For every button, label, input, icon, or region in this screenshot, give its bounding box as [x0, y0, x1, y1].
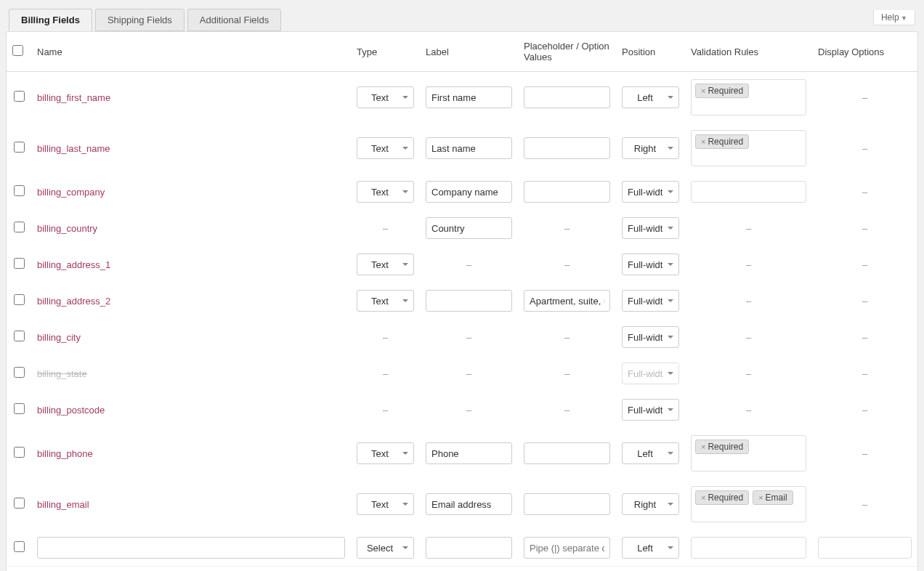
dash: – [357, 223, 414, 234]
table-row: billing_companyTextSelectLeftRightFull-w… [7, 174, 917, 210]
position-select[interactable]: LeftRightFull-width [622, 181, 679, 203]
field-name[interactable]: billing_email [37, 499, 89, 510]
placeholder-input[interactable] [524, 493, 610, 515]
placeholder-input[interactable] [524, 137, 610, 159]
type-select[interactable]: TextSelect [357, 290, 414, 312]
dash: – [524, 259, 610, 270]
validation-box[interactable]: ×Required [691, 130, 806, 166]
col-type: Type [351, 32, 420, 72]
validation-tag[interactable]: ×Required [695, 490, 749, 505]
field-name[interactable]: billing_last_name [37, 143, 110, 154]
field-name[interactable]: billing_city [37, 332, 81, 343]
row-checkbox[interactable] [14, 403, 25, 414]
position-select[interactable]: LeftRightFull-width [622, 442, 679, 464]
validation-tag[interactable]: ×Email [753, 490, 793, 505]
field-name[interactable]: billing_country [37, 223, 97, 234]
type-select[interactable]: TextSelect [357, 442, 414, 464]
field-name[interactable]: billing_address_1 [37, 259, 110, 270]
dash: – [818, 448, 912, 459]
field-name[interactable]: billing_phone [37, 448, 93, 459]
row-checkbox[interactable] [14, 498, 25, 509]
dash: – [818, 499, 912, 510]
validation-box[interactable]: ×Required [691, 435, 806, 471]
label-input[interactable] [426, 537, 512, 559]
type-select[interactable]: TextSelect [357, 181, 414, 203]
position-select[interactable]: LeftRightFull-width [622, 217, 679, 239]
label-input[interactable] [426, 217, 512, 239]
display-options-box[interactable] [818, 537, 912, 559]
type-select[interactable]: TextSelect [357, 137, 414, 159]
dash: – [691, 296, 806, 307]
dash: – [691, 259, 806, 270]
label-input[interactable] [426, 137, 512, 159]
position-select[interactable]: LeftRightFull-width [622, 86, 679, 108]
validation-tag[interactable]: ×Required [695, 84, 749, 98]
dash: – [524, 368, 610, 379]
tab-additional-fields[interactable]: Additional Fields [187, 9, 281, 31]
type-select[interactable]: TextSelect [357, 537, 414, 559]
row-checkbox[interactable] [14, 367, 25, 378]
row-checkbox[interactable] [14, 185, 25, 196]
type-select[interactable]: TextSelect [357, 254, 414, 275]
tab-billing-fields[interactable]: Billing Fields [9, 9, 92, 31]
validation-box[interactable]: ×Required [691, 79, 806, 116]
new-name-input[interactable] [37, 537, 345, 559]
position-select[interactable]: LeftRightFull-width [622, 399, 679, 421]
table-row: billing_first_nameTextSelectLeftRightFul… [7, 72, 917, 123]
field-name[interactable]: billing_state [37, 368, 87, 379]
remove-tag-icon[interactable]: × [701, 493, 705, 502]
dash: – [524, 332, 610, 343]
tab-shipping-fields[interactable]: Shipping Fields [95, 9, 185, 31]
new-field-row: TextSelectLeftRightFull-width [7, 530, 917, 566]
validation-box[interactable]: ×Required×Email [691, 486, 806, 522]
validation-tag[interactable]: ×Required [695, 440, 749, 454]
type-select[interactable]: TextSelect [357, 493, 414, 515]
label-input[interactable] [426, 442, 512, 464]
remove-tag-icon[interactable]: × [701, 137, 705, 146]
label-input[interactable] [426, 86, 512, 108]
table-row: billing_city–––LeftRightFull-width–– [7, 319, 917, 355]
label-input[interactable] [426, 181, 512, 203]
label-input[interactable] [426, 493, 512, 515]
label-input[interactable] [426, 290, 512, 312]
field-name[interactable]: billing_first_name [37, 92, 110, 103]
remove-tag-icon[interactable]: × [758, 493, 763, 502]
type-select[interactable]: TextSelect [357, 86, 414, 108]
position-select[interactable]: LeftRightFull-width [622, 537, 679, 559]
placeholder-input[interactable] [524, 181, 610, 203]
placeholder-input[interactable] [524, 442, 610, 464]
placeholder-input[interactable] [524, 86, 610, 108]
remove-tag-icon[interactable]: × [701, 86, 705, 95]
position-select[interactable]: LeftRightFull-width [622, 493, 679, 515]
field-name[interactable]: billing_address_2 [37, 296, 110, 307]
row-checkbox[interactable] [14, 142, 25, 153]
row-checkbox[interactable] [14, 294, 25, 305]
row-checkbox[interactable] [14, 91, 25, 102]
dash: – [818, 332, 912, 343]
position-select[interactable]: LeftRightFull-width [622, 326, 679, 348]
position-select[interactable]: LeftRightFull-width [622, 254, 679, 275]
row-checkbox[interactable] [14, 258, 25, 269]
placeholder-input[interactable] [524, 537, 610, 559]
position-select[interactable]: LeftRightFull-width [622, 137, 679, 159]
field-name[interactable]: billing_postcode [37, 405, 105, 416]
row-checkbox[interactable] [14, 222, 25, 232]
field-name[interactable]: billing_company [37, 187, 105, 198]
validation-box[interactable] [691, 537, 806, 559]
validation-box[interactable] [691, 181, 806, 203]
dash: – [818, 143, 912, 154]
help-button[interactable]: Help [873, 10, 915, 25]
col-label: Label [420, 32, 518, 72]
validation-tag[interactable]: ×Required [695, 134, 749, 149]
select-all-checkbox[interactable] [12, 45, 23, 56]
row-checkbox[interactable] [14, 447, 25, 458]
dash: – [818, 223, 912, 234]
row-checkbox[interactable] [14, 541, 25, 552]
dash: – [818, 368, 912, 379]
col-position: Position [616, 32, 685, 72]
placeholder-input[interactable] [524, 290, 610, 312]
position-select[interactable]: LeftRightFull-width [622, 290, 679, 312]
row-checkbox[interactable] [14, 331, 25, 341]
table-row: billing_emailTextSelectLeftRightFull-wid… [7, 479, 917, 530]
remove-tag-icon[interactable]: × [701, 442, 705, 451]
